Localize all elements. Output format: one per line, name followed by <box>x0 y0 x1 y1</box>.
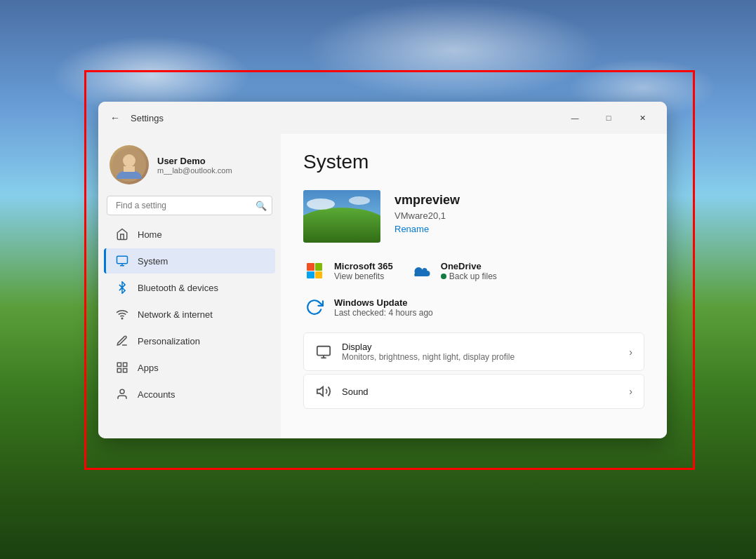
settings-window: ← Settings — □ ✕ <box>98 102 667 438</box>
sidebar-item-system[interactable]: System <box>104 248 275 274</box>
svg-point-6 <box>121 318 123 319</box>
avatar <box>110 145 149 184</box>
user-info: User Demo m__lab@outlook.com <box>157 156 232 175</box>
onedrive-status-dot <box>441 274 446 279</box>
title-bar-left: ← Settings <box>107 109 164 126</box>
user-profile[interactable]: User Demo m__lab@outlook.com <box>98 140 281 196</box>
onedrive-sub: Back up files <box>441 271 497 281</box>
sound-label: Sound <box>342 386 369 397</box>
apps-label: Apps <box>138 363 159 373</box>
sound-icon <box>315 383 332 400</box>
svg-rect-17 <box>317 346 330 355</box>
accounts-label: Accounts <box>138 389 175 400</box>
microsoft365-sub: View benefits <box>334 271 393 281</box>
bluetooth-label: Bluetooth & devices <box>138 283 218 293</box>
apps-icon <box>115 361 129 375</box>
onedrive-icon <box>410 260 432 282</box>
svg-rect-9 <box>117 369 121 372</box>
svg-point-15 <box>349 196 370 205</box>
minimize-button[interactable]: — <box>559 107 591 128</box>
svg-rect-2 <box>124 166 135 172</box>
display-settings-item[interactable]: Display Monitors, brightness, night ligh… <box>303 332 644 371</box>
content-area: User Demo m__lab@outlook.com 🔍 Home <box>98 134 667 438</box>
onedrive-link[interactable]: OneDrive Back up files <box>410 260 497 282</box>
microsoft365-text: Microsoft 365 View benefits <box>334 261 393 281</box>
display-text: Display Monitors, brightness, night ligh… <box>342 342 515 362</box>
svg-rect-7 <box>117 363 121 366</box>
window-title: Settings <box>131 113 164 123</box>
sidebar-item-accounts[interactable]: Accounts <box>104 382 275 407</box>
sound-item-left: Sound <box>315 383 369 400</box>
svg-point-1 <box>123 154 135 167</box>
onedrive-text: OneDrive Back up files <box>441 261 497 281</box>
personalization-icon <box>115 334 129 348</box>
system-label: System <box>138 256 168 267</box>
windows-update-icon <box>303 296 326 318</box>
bluetooth-icon <box>115 281 129 295</box>
display-sub: Monitors, brightness, night light, displ… <box>342 352 515 362</box>
sound-text: Sound <box>342 386 369 397</box>
microsoft365-icon <box>303 260 326 282</box>
display-icon <box>315 344 332 361</box>
settings-list: Display Monitors, brightness, night ligh… <box>303 332 644 409</box>
svg-point-11 <box>120 389 124 393</box>
main-content: System <box>281 134 667 438</box>
svg-marker-20 <box>317 387 323 396</box>
display-label: Display <box>342 342 515 352</box>
home-icon <box>115 227 129 241</box>
sound-chevron-icon: › <box>629 386 632 397</box>
pc-info: vmpreview VMware20,1 Rename <box>394 190 460 234</box>
search-icon: 🔍 <box>256 201 267 211</box>
svg-point-16 <box>415 274 416 275</box>
svg-rect-8 <box>124 363 127 366</box>
windows-update-item[interactable]: Windows Update Last checked: 4 hours ago <box>303 296 644 318</box>
sidebar-item-bluetooth[interactable]: Bluetooth & devices <box>104 275 275 300</box>
pc-thumbnail-inner <box>303 190 380 243</box>
network-label: Network & internet <box>138 309 213 320</box>
display-chevron-icon: › <box>629 346 632 358</box>
maximize-button[interactable]: □ <box>592 107 625 128</box>
pc-name: vmpreview <box>394 193 460 208</box>
network-icon <box>115 307 129 321</box>
svg-point-13 <box>303 208 380 243</box>
onedrive-label: OneDrive <box>441 261 497 271</box>
microsoft365-link[interactable]: Microsoft 365 View benefits <box>303 260 393 282</box>
svg-point-14 <box>307 198 335 210</box>
sidebar-item-personalization[interactable]: Personalization <box>104 328 275 353</box>
pc-model: VMware20,1 <box>394 210 460 221</box>
svg-rect-10 <box>124 369 127 372</box>
personalization-label: Personalization <box>138 336 200 346</box>
sidebar-item-home[interactable]: Home <box>104 222 275 247</box>
microsoft365-label: Microsoft 365 <box>334 261 393 271</box>
windows-update-label: Windows Update <box>334 297 433 308</box>
search-input[interactable] <box>107 196 272 215</box>
display-item-left: Display Monitors, brightness, night ligh… <box>315 342 515 362</box>
sidebar: User Demo m__lab@outlook.com 🔍 Home <box>98 134 281 438</box>
page-title: System <box>303 151 644 173</box>
svg-rect-3 <box>117 256 128 264</box>
sound-settings-item[interactable]: Sound › <box>303 374 644 409</box>
windows-update-sub: Last checked: 4 hours ago <box>334 308 433 318</box>
close-button[interactable]: ✕ <box>626 107 658 128</box>
pc-thumbnail <box>303 190 380 243</box>
system-info-card: vmpreview VMware20,1 Rename <box>303 190 644 243</box>
system-icon <box>115 254 129 268</box>
search-box: 🔍 <box>107 196 272 215</box>
home-label: Home <box>138 229 162 240</box>
user-email: m__lab@outlook.com <box>157 166 232 175</box>
sidebar-item-network[interactable]: Network & internet <box>104 302 275 327</box>
title-bar: ← Settings — □ ✕ <box>98 102 667 134</box>
back-button[interactable]: ← <box>107 109 124 126</box>
rename-link[interactable]: Rename <box>394 224 460 234</box>
window-controls: — □ ✕ <box>559 107 658 128</box>
quick-links: Microsoft 365 View benefits OneDrive <box>303 260 644 282</box>
user-name: User Demo <box>157 156 232 166</box>
windows-update-text: Windows Update Last checked: 4 hours ago <box>334 297 433 318</box>
sidebar-item-apps[interactable]: Apps <box>104 355 275 380</box>
accounts-icon <box>115 387 129 401</box>
